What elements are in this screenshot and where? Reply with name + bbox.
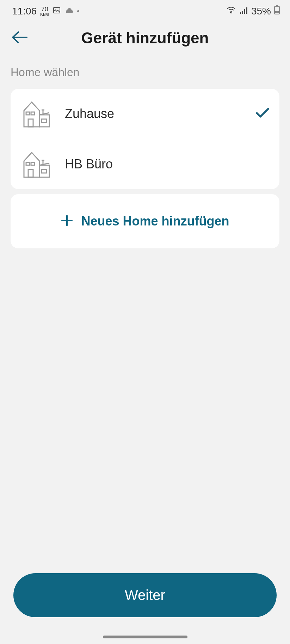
network-speed-indicator: 70 KB/s bbox=[40, 6, 49, 17]
plus-icon bbox=[61, 214, 73, 228]
cloud-icon bbox=[64, 6, 74, 17]
home-option-zuhause[interactable]: Zuhause bbox=[11, 89, 279, 139]
status-left: 11:06 70 KB/s bbox=[12, 6, 79, 17]
nav-indicator[interactable] bbox=[103, 636, 187, 638]
continue-button[interactable]: Weiter bbox=[13, 573, 277, 617]
battery-text: 35% bbox=[251, 6, 271, 17]
svg-rect-14 bbox=[28, 169, 33, 177]
continue-label: Weiter bbox=[125, 587, 165, 603]
status-right: 35% bbox=[226, 5, 280, 17]
home-option-label: HB Büro bbox=[65, 157, 270, 172]
svg-rect-8 bbox=[26, 112, 30, 115]
svg-rect-3 bbox=[244, 9, 245, 14]
home-option-label: Zuhause bbox=[65, 106, 243, 121]
add-home-label: Neues Home hinzufügen bbox=[81, 214, 229, 229]
svg-rect-7 bbox=[275, 11, 279, 13]
arrow-left-icon bbox=[11, 30, 27, 45]
wifi-icon bbox=[226, 6, 236, 17]
signal-icon bbox=[239, 6, 248, 17]
add-home-card: Neues Home hinzufügen bbox=[11, 194, 279, 248]
svg-rect-10 bbox=[28, 119, 33, 127]
section-label: Home wählen bbox=[0, 54, 290, 84]
homes-card: Zuhause HB Büro bbox=[11, 89, 279, 189]
house-icon bbox=[20, 99, 53, 128]
svg-rect-2 bbox=[242, 11, 243, 14]
svg-rect-1 bbox=[240, 12, 241, 14]
svg-rect-6 bbox=[276, 5, 278, 6]
battery-icon bbox=[274, 5, 280, 17]
dot-icon bbox=[77, 10, 79, 12]
home-option-hb-buro[interactable]: HB Büro bbox=[11, 139, 279, 189]
back-button[interactable] bbox=[11, 30, 27, 46]
check-icon bbox=[255, 107, 270, 120]
svg-rect-9 bbox=[31, 112, 35, 115]
gallery-icon bbox=[53, 6, 61, 17]
svg-rect-11 bbox=[42, 119, 47, 123]
house-icon bbox=[20, 150, 53, 179]
page-title: Gerät hinzufügen bbox=[11, 29, 279, 47]
svg-rect-15 bbox=[42, 169, 47, 173]
status-time: 11:06 bbox=[12, 6, 37, 17]
svg-rect-13 bbox=[31, 162, 35, 165]
status-bar: 11:06 70 KB/s 35% bbox=[0, 0, 290, 22]
app-header: Gerät hinzufügen bbox=[0, 22, 290, 54]
svg-rect-12 bbox=[26, 162, 30, 165]
add-home-button[interactable]: Neues Home hinzufügen bbox=[11, 194, 279, 248]
svg-rect-4 bbox=[246, 7, 247, 14]
